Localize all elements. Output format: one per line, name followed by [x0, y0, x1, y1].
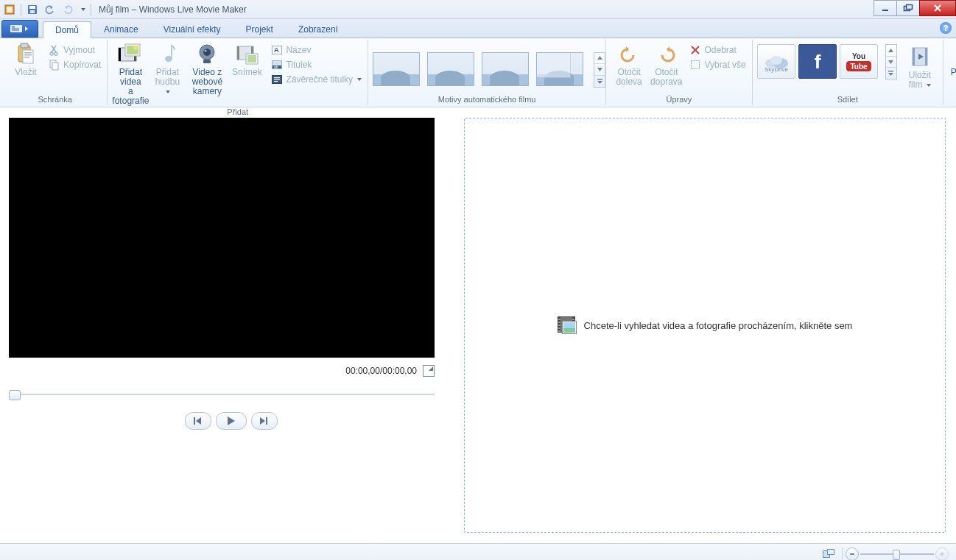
tab-project[interactable]: Projekt: [233, 21, 286, 38]
maximize-button[interactable]: [896, 0, 920, 16]
svg-text:A: A: [274, 46, 279, 54]
signin-button[interactable]: Přihlásit se: [948, 41, 956, 88]
remove-button[interactable]: Odebrat: [688, 43, 747, 57]
tab-label: Projekt: [246, 24, 273, 35]
gallery-scroll-down[interactable]: [594, 64, 605, 76]
copy-label: Kopírovat: [63, 60, 101, 70]
svg-rect-65: [828, 550, 834, 555]
svg-point-19: [55, 52, 57, 55]
tab-home[interactable]: Domů: [43, 21, 91, 38]
svg-rect-37: [247, 55, 256, 63]
playback-scrubber[interactable]: [9, 389, 435, 400]
theme-item[interactable]: [482, 52, 529, 86]
theme-item[interactable]: [373, 52, 420, 86]
svg-rect-21: [52, 63, 58, 70]
label: Vybrat vše: [704, 60, 745, 70]
add-music-button[interactable]: Přidat hudbu: [149, 41, 186, 98]
movie-maker-icon[interactable]: [3, 3, 16, 16]
undo-icon[interactable]: [43, 3, 57, 16]
svg-rect-62: [194, 417, 195, 425]
tab-view[interactable]: Zobrazení: [286, 21, 351, 38]
cut-icon: [49, 44, 60, 56]
share-facebook[interactable]: f: [798, 44, 837, 79]
svg-rect-5: [882, 10, 888, 11]
svg-point-28: [165, 56, 172, 62]
webcam-video-button[interactable]: Video z webové kamery: [186, 41, 228, 98]
svg-rect-63: [266, 417, 267, 425]
credits-icon: [271, 74, 283, 85]
btn-line1: Přidat videa: [115, 68, 146, 87]
next-frame-button[interactable]: [251, 412, 278, 430]
zoom-in-button[interactable]: [935, 547, 949, 560]
zoom-slider[interactable]: [860, 548, 934, 560]
play-button[interactable]: [216, 412, 247, 430]
credits-button[interactable]: Závěrečné titulky: [270, 72, 363, 87]
select-all-button[interactable]: Vybrat vše: [688, 57, 747, 72]
gallery-scroll-expand[interactable]: [594, 76, 605, 87]
prev-frame-button[interactable]: [185, 412, 211, 430]
tab-label: Vizuální efekty: [164, 24, 221, 35]
redo-icon[interactable]: [61, 3, 74, 16]
scrub-thumb[interactable]: [9, 390, 21, 400]
svg-point-27: [133, 46, 138, 50]
save-movie-button[interactable]: Uložit film: [901, 44, 938, 91]
paste-icon: [14, 43, 38, 66]
rotate-right-icon: [655, 43, 678, 66]
share-youtube[interactable]: YouTube: [840, 44, 878, 79]
tab-visual-fx[interactable]: Vizuální efekty: [151, 21, 233, 38]
title-button[interactable]: A Název: [270, 43, 363, 57]
share-scroll-up[interactable]: [886, 45, 896, 57]
share-skydrive[interactable]: SkyDrive: [757, 44, 795, 79]
label: Závěrečné titulky: [286, 74, 353, 85]
svg-text:f: f: [814, 51, 820, 73]
group-label-signin: [948, 95, 956, 105]
title-icon: A: [271, 44, 283, 56]
svg-rect-60: [925, 48, 927, 65]
theme-item[interactable]: [427, 52, 474, 86]
file-tab[interactable]: [1, 20, 38, 38]
ribbon: Vložit Vyjmout Kopírovat Schránka: [0, 38, 956, 107]
tab-label: Animace: [104, 24, 138, 35]
time-total: 00:00,00: [382, 366, 417, 376]
share-scroll-down[interactable]: [886, 57, 896, 68]
zoom-out-button[interactable]: [846, 547, 859, 560]
svg-rect-15: [24, 52, 32, 54]
tab-animations[interactable]: Animace: [91, 21, 151, 38]
rotate-right-button[interactable]: Otočit doprava: [647, 41, 685, 88]
help-button[interactable]: ?: [940, 22, 952, 34]
svg-rect-57: [888, 71, 893, 72]
add-videos-button[interactable]: Přidat videa a fotografie: [112, 41, 149, 107]
theme-item[interactable]: [536, 52, 583, 86]
caption-button[interactable]: ab Titulek: [270, 57, 363, 72]
tab-label: Domů: [55, 25, 79, 35]
btn-line2: kamery: [193, 87, 222, 96]
paste-button[interactable]: Vložit: [7, 41, 44, 79]
fullscreen-icon[interactable]: [423, 365, 435, 377]
group-label-edits: Úpravy: [611, 95, 748, 105]
snapshot-button[interactable]: Snímek: [228, 41, 265, 79]
media-dropzone[interactable]: Chcete-li vyhledat videa a fotografie pr…: [464, 118, 946, 533]
document-title: Můj film: [99, 4, 129, 15]
save-icon[interactable]: [26, 3, 39, 16]
svg-rect-46: [274, 81, 278, 82]
qat-customize-icon[interactable]: [79, 3, 86, 16]
svg-rect-11: [12, 30, 19, 31]
minimize-button[interactable]: [874, 0, 897, 16]
gallery-scroll-up[interactable]: [594, 53, 605, 65]
window-controls: [874, 0, 956, 15]
zoom-thumb[interactable]: [893, 550, 900, 560]
group-clipboard: Vložit Vyjmout Kopírovat Schránka: [3, 40, 108, 105]
share-scroll-expand[interactable]: [886, 68, 896, 79]
group-share: SkyDrive f YouTube Uložit film: [753, 40, 943, 105]
delete-icon: [689, 44, 701, 56]
thumbnail-size-button[interactable]: [818, 549, 839, 559]
svg-rect-4: [30, 10, 35, 13]
play-controls: [9, 412, 454, 430]
svg-rect-47: [597, 79, 602, 80]
cut-button[interactable]: Vyjmout: [47, 43, 102, 57]
svg-rect-7: [907, 5, 913, 10]
paste-label: Vložit: [15, 68, 36, 77]
copy-button[interactable]: Kopírovat: [47, 57, 102, 72]
rotate-left-button[interactable]: Otočit doleva: [611, 41, 647, 88]
close-button[interactable]: [919, 0, 956, 16]
